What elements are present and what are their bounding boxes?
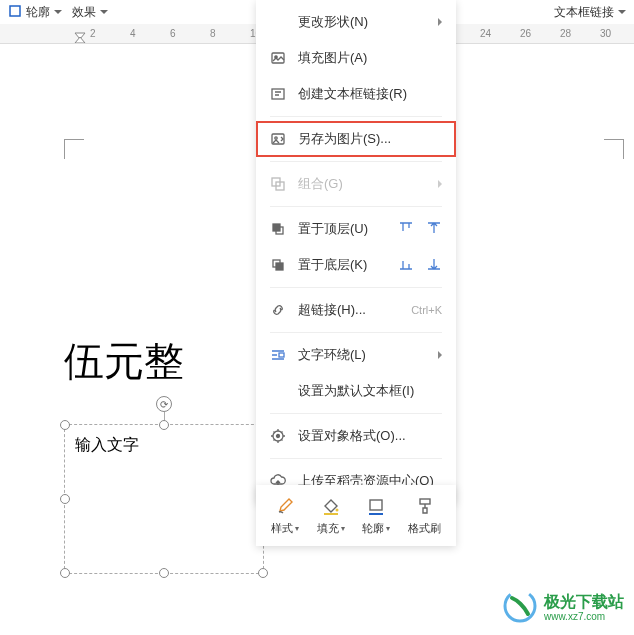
menu-object-format[interactable]: 设置对象格式(O)... xyxy=(256,418,456,454)
menu-label: 创建文本框链接(R) xyxy=(298,85,442,103)
watermark-title: 极光下载站 xyxy=(544,593,624,611)
rotate-handle[interactable] xyxy=(156,396,172,412)
brush-icon xyxy=(274,495,296,517)
menu-separator xyxy=(270,458,442,459)
indent-marker[interactable] xyxy=(74,32,86,44)
text-box[interactable]: 输入文字 xyxy=(64,424,264,574)
ruler-tick: 2 xyxy=(90,28,96,39)
svg-rect-14 xyxy=(279,353,284,357)
menu-separator xyxy=(270,116,442,117)
svg-marker-2 xyxy=(75,37,85,43)
outline-icon xyxy=(8,4,22,21)
menu-label: 文字环绕(L) xyxy=(298,346,426,364)
menu-label: 更改形状(N) xyxy=(298,13,426,31)
svg-rect-18 xyxy=(324,513,338,515)
svg-point-16 xyxy=(277,435,280,438)
btn-label: 填充 xyxy=(317,521,339,536)
svg-rect-19 xyxy=(370,500,382,510)
outline-label: 轮廓 xyxy=(26,4,50,21)
blank-icon xyxy=(270,14,286,30)
page-corner xyxy=(64,139,84,159)
paint-bucket-icon xyxy=(320,495,342,517)
menu-save-as-image[interactable]: 另存为图片(S)... xyxy=(256,121,456,157)
menu-separator xyxy=(270,206,442,207)
outline-dropdown[interactable]: 轮廓 xyxy=(8,4,62,21)
textbox-link-icon xyxy=(270,86,286,102)
format-painter-icon xyxy=(414,495,436,517)
resize-handle[interactable] xyxy=(258,568,268,578)
align-top-icon[interactable] xyxy=(398,220,414,239)
image-save-icon xyxy=(270,131,286,147)
menu-separator xyxy=(270,413,442,414)
svg-point-7 xyxy=(275,137,277,139)
text-wrap-icon xyxy=(270,347,286,363)
chevron-right-icon xyxy=(438,351,442,359)
menu-label: 填充图片(A) xyxy=(298,49,442,67)
menu-text-wrap[interactable]: 文字环绕(L) xyxy=(256,337,456,373)
menu-shortcut: Ctrl+K xyxy=(411,304,442,316)
btn-label: 样式 xyxy=(271,521,293,536)
resize-handle[interactable] xyxy=(60,494,70,504)
btn-label: 轮廓 xyxy=(362,521,384,536)
chevron-right-icon xyxy=(438,18,442,26)
ruler-tick: 26 xyxy=(520,28,531,39)
menu-label: 组合(G) xyxy=(298,175,426,193)
menu-label: 超链接(H)... xyxy=(298,301,399,319)
menu-hyperlink[interactable]: 超链接(H)... Ctrl+K xyxy=(256,292,456,328)
menu-label: 设置为默认文本框(I) xyxy=(298,382,442,400)
svg-rect-0 xyxy=(10,6,20,16)
svg-rect-5 xyxy=(272,89,284,99)
watermark: 极光下载站 www.xz7.com xyxy=(502,588,624,627)
ruler-tick: 8 xyxy=(210,28,216,39)
textlink-label: 文本框链接 xyxy=(554,4,614,21)
menu-fill-image[interactable]: 填充图片(A) xyxy=(256,40,456,76)
main-text: 伍元整 xyxy=(64,334,184,389)
bring-front-icon xyxy=(270,221,286,237)
align-bottom-alt-icon[interactable] xyxy=(426,256,442,275)
text-box-frame[interactable]: 输入文字 xyxy=(64,424,264,574)
menu-separator xyxy=(270,161,442,162)
resize-handle[interactable] xyxy=(60,568,70,578)
image-fill-icon xyxy=(270,50,286,66)
menu-set-default-textbox[interactable]: 设置为默认文本框(I) xyxy=(256,373,456,409)
resize-handle[interactable] xyxy=(159,568,169,578)
textbox-placeholder: 输入文字 xyxy=(75,435,139,456)
svg-point-17 xyxy=(335,509,338,512)
logo-icon xyxy=(502,588,538,627)
menu-change-shape[interactable]: 更改形状(N) xyxy=(256,4,456,40)
align-top-alt-icon[interactable] xyxy=(426,220,442,239)
textlink-dropdown[interactable]: 文本框链接 xyxy=(554,4,626,21)
menu-separator xyxy=(270,287,442,288)
style-button[interactable]: 样式▾ xyxy=(267,493,303,538)
effect-dropdown[interactable]: 效果 xyxy=(72,4,108,21)
blank-icon xyxy=(270,383,286,399)
ruler-tick: 28 xyxy=(560,28,571,39)
group-icon xyxy=(270,176,286,192)
format-painter-button[interactable]: 格式刷 xyxy=(404,493,445,538)
ruler-tick: 6 xyxy=(170,28,176,39)
svg-rect-20 xyxy=(369,513,383,515)
watermark-url: www.xz7.com xyxy=(544,611,624,622)
fill-button[interactable]: 填充▾ xyxy=(313,493,349,538)
align-bottom-icon[interactable] xyxy=(398,256,414,275)
menu-group: 组合(G) xyxy=(256,166,456,202)
settings-icon xyxy=(270,428,286,444)
outline-button[interactable]: 轮廓▾ xyxy=(358,493,394,538)
menu-create-textbox-link[interactable]: 创建文本框链接(R) xyxy=(256,76,456,112)
ruler-tick: 30 xyxy=(600,28,611,39)
btn-label: 格式刷 xyxy=(408,521,441,536)
menu-bring-front[interactable]: 置于顶层(U) xyxy=(256,211,456,247)
link-icon xyxy=(270,302,286,318)
chevron-right-icon xyxy=(438,180,442,188)
effect-label: 效果 xyxy=(72,4,96,21)
chevron-down-icon xyxy=(54,10,62,14)
chevron-down-icon xyxy=(100,10,108,14)
send-back-icon xyxy=(270,257,286,273)
resize-handle[interactable] xyxy=(60,420,70,430)
chevron-down-icon xyxy=(618,10,626,14)
svg-rect-21 xyxy=(420,499,430,504)
resize-handle[interactable] xyxy=(159,420,169,430)
menu-send-back[interactable]: 置于底层(K) xyxy=(256,247,456,283)
page-corner xyxy=(604,139,624,159)
ruler-tick: 4 xyxy=(130,28,136,39)
